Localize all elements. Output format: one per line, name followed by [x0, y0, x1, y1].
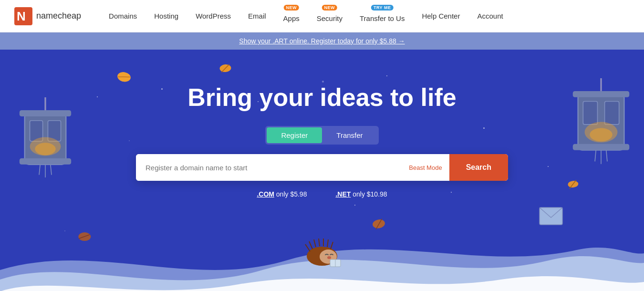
svg-text:N: N: [17, 9, 26, 23]
com-link[interactable]: .COM: [257, 190, 274, 198]
nav-link-apps[interactable]: Apps: [275, 10, 308, 26]
transfer-badge: TRY ME: [371, 5, 394, 10]
svg-line-40: [314, 239, 316, 247]
leaf-5: [76, 229, 93, 246]
svg-line-10: [39, 165, 40, 175]
svg-rect-4: [20, 158, 71, 165]
domain-tabs: Register Transfer: [265, 126, 378, 145]
pricing-links: .COM only $5.98 .NET only $10.98: [257, 190, 387, 198]
svg-line-25: [118, 72, 130, 82]
svg-rect-7: [48, 121, 61, 141]
search-button[interactable]: Search: [449, 154, 508, 181]
svg-point-30: [372, 218, 386, 229]
svg-point-46: [327, 256, 331, 259]
svg-point-26: [219, 64, 231, 73]
security-badge: NEW: [322, 5, 338, 10]
nav-link-account[interactable]: Account: [468, 8, 511, 24]
nav-link-help[interactable]: Help Center: [413, 8, 468, 24]
nav-item-apps: NEW Apps: [275, 6, 308, 26]
hero-section: Bring your ideas to life Register Transf…: [0, 50, 644, 291]
svg-point-45: [320, 249, 337, 264]
domain-search-input[interactable]: [136, 154, 402, 181]
beast-mode-button[interactable]: Beast Mode: [402, 154, 449, 181]
svg-rect-2: [25, 113, 66, 164]
net-price: only $10.98: [353, 190, 387, 198]
svg-line-38: [305, 244, 310, 251]
svg-rect-47: [330, 260, 341, 267]
svg-line-27: [220, 64, 230, 73]
nav-links: Domains Hosting WordPress Email NEW Apps…: [100, 6, 630, 26]
nav-item-transfer: TRY ME Transfer to Us: [351, 6, 413, 26]
leaf-1: [113, 68, 134, 89]
hero-title: Bring your ideas to life: [187, 83, 456, 112]
svg-line-43: [327, 239, 328, 247]
hedgehog-mascot: [301, 235, 343, 270]
tab-register[interactable]: Register: [267, 127, 322, 143]
nav-item-email: Email: [239, 8, 275, 24]
apps-badge: NEW: [283, 5, 299, 10]
svg-rect-17: [583, 101, 597, 124]
net-link[interactable]: .NET: [335, 190, 351, 198]
navbar: N namecheap Domains Hosting WordPress Em…: [0, 0, 644, 32]
svg-point-24: [116, 71, 131, 83]
nav-item-wordpress: WordPress: [187, 8, 239, 24]
nav-link-domains[interactable]: Domains: [100, 8, 145, 24]
svg-rect-3: [20, 110, 71, 116]
svg-line-21: [595, 150, 596, 162]
svg-point-9: [35, 143, 55, 155]
svg-line-41: [319, 239, 320, 246]
svg-point-20: [590, 128, 612, 141]
lantern-left: [14, 97, 76, 182]
svg-rect-15: [573, 144, 629, 150]
nav-link-email[interactable]: Email: [239, 8, 275, 24]
leaf-6: [565, 177, 581, 193]
nav-item-help: Help Center: [413, 8, 468, 24]
svg-rect-18: [605, 101, 619, 124]
svg-rect-6: [30, 121, 43, 141]
svg-point-8: [30, 137, 61, 156]
leaf-4: [370, 215, 389, 235]
envelope: [539, 207, 563, 227]
svg-line-12: [51, 165, 52, 175]
svg-line-35: [568, 180, 578, 188]
nav-item-account: Account: [468, 8, 511, 24]
waves-decoration: [0, 222, 644, 291]
svg-rect-36: [540, 208, 562, 225]
svg-rect-13: [578, 94, 624, 150]
domain-search-bar: Beast Mode Search: [136, 154, 508, 181]
leaf-2: [218, 61, 234, 77]
logo-link[interactable]: N namecheap: [14, 7, 81, 25]
svg-point-34: [568, 180, 579, 188]
tab-transfer[interactable]: Transfer: [322, 127, 377, 143]
promo-link[interactable]: Show your .ART online. Register today fo…: [239, 37, 405, 45]
svg-line-44: [331, 242, 333, 249]
promo-banner: Show your .ART online. Register today fo…: [0, 32, 644, 50]
svg-rect-14: [573, 91, 629, 97]
svg-point-37: [307, 247, 337, 266]
svg-line-23: [606, 150, 607, 162]
lantern-right: [568, 78, 634, 167]
nav-link-wordpress[interactable]: WordPress: [187, 8, 239, 24]
nav-link-security[interactable]: Security: [308, 10, 351, 26]
com-pricing: .COM only $5.98: [257, 190, 307, 198]
svg-point-32: [78, 232, 91, 241]
svg-line-39: [309, 241, 312, 249]
net-pricing: .NET only $10.98: [335, 190, 387, 198]
nav-item-hosting: Hosting: [145, 8, 187, 24]
nav-link-hosting[interactable]: Hosting: [145, 8, 187, 24]
nav-item-domains: Domains: [100, 8, 145, 24]
nav-link-transfer[interactable]: Transfer to Us: [351, 10, 413, 26]
logo-text: namecheap: [36, 11, 81, 21]
svg-line-31: [373, 219, 385, 229]
svg-line-33: [79, 233, 90, 240]
nav-item-security: NEW Security: [308, 6, 351, 26]
namecheap-logo-icon: N: [14, 7, 32, 25]
svg-point-19: [585, 122, 618, 143]
com-price: only $5.98: [276, 190, 307, 198]
